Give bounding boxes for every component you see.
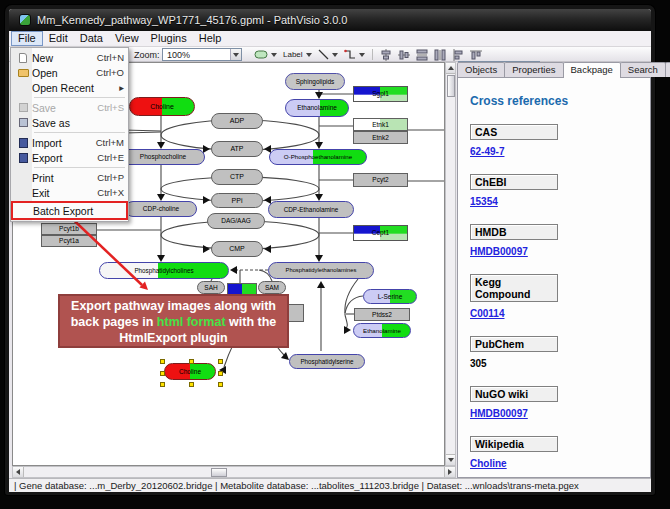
pathway-node-ppi[interactable]: PPi bbox=[211, 193, 263, 208]
menu-help[interactable]: Help bbox=[193, 31, 228, 46]
tab-objects[interactable]: Objects bbox=[457, 62, 505, 77]
pathway-node-cept1[interactable]: Cept1 bbox=[353, 225, 408, 241]
pathway-node-sah[interactable]: SAH bbox=[197, 281, 225, 294]
pathway-node-ethanolamine-top[interactable]: Ethanolamine bbox=[285, 99, 349, 117]
file-menu-item-export[interactable]: ExportCtrl+E bbox=[12, 150, 127, 165]
tab-backpage[interactable]: Backpage bbox=[563, 62, 621, 78]
pathway-node-cdp-choline[interactable]: CDP-choline bbox=[125, 201, 197, 217]
add-line-button[interactable] bbox=[315, 48, 332, 61]
pathway-node-sgpl1[interactable]: Sgpl1 bbox=[353, 86, 408, 102]
chevron-down-icon[interactable] bbox=[332, 53, 338, 57]
chevron-down-icon[interactable] bbox=[230, 49, 241, 60]
menu-item-label: New bbox=[32, 52, 97, 64]
crossref-link[interactable]: Choline bbox=[470, 458, 638, 469]
pathway-node-sam[interactable]: SAM bbox=[258, 281, 286, 294]
crossref-link[interactable]: HMDB00097 bbox=[470, 246, 638, 257]
horizontal-scroll-thumb[interactable] bbox=[211, 468, 227, 477]
pathway-node-ctp[interactable]: CTP bbox=[211, 169, 263, 185]
title-bar[interactable]: Mm_Kennedy_pathway_WP1771_45176.gpml - P… bbox=[9, 9, 651, 31]
distribute-horizontal-icon[interactable] bbox=[431, 48, 449, 61]
pathway-node-dag-aag[interactable]: DAG/AAG bbox=[207, 213, 265, 229]
scroll-down-icon[interactable] bbox=[446, 454, 455, 465]
file-menu-item-print[interactable]: PrintCtrl+P bbox=[12, 170, 127, 185]
chevron-down-icon[interactable] bbox=[359, 53, 365, 57]
selection-handle[interactable] bbox=[189, 359, 194, 364]
save-as-icon bbox=[14, 118, 32, 127]
align-left-icon[interactable] bbox=[449, 48, 467, 61]
align-top-icon[interactable] bbox=[467, 48, 485, 61]
pathway-node-l-serine[interactable]: L-Serine bbox=[363, 289, 417, 304]
selection-handle[interactable] bbox=[189, 382, 194, 387]
menu-file[interactable]: File bbox=[11, 31, 43, 46]
selection-handle[interactable] bbox=[160, 371, 165, 376]
pathway-node-pcyt2[interactable]: Pcyt2 bbox=[353, 173, 408, 187]
selection-handle[interactable] bbox=[160, 359, 165, 364]
menu-separator bbox=[34, 97, 125, 98]
pathway-node-adp[interactable]: ADP bbox=[211, 113, 263, 129]
crossref-link[interactable]: 62-49-7 bbox=[470, 146, 638, 157]
align-center-x-icon[interactable] bbox=[377, 48, 395, 61]
pathway-node-phosphatidylcholines[interactable]: Phosphatidylcholines bbox=[99, 262, 229, 279]
pathway-node-cdp-ethanolamine[interactable]: CDP-Ethanolamine bbox=[268, 201, 354, 218]
pathway-node-choline-top[interactable]: Choline bbox=[129, 97, 195, 116]
pathway-node-phosphocholine[interactable]: Phosphocholine bbox=[121, 149, 205, 165]
crossref-link[interactable]: HMDB00097 bbox=[470, 408, 638, 419]
add-datanode-button[interactable] bbox=[251, 48, 271, 61]
pathway-node-o-phosphoethanolamine[interactable]: O-Phosphoethanolamine bbox=[269, 149, 367, 165]
canvas-vertical-scrollbar[interactable] bbox=[445, 62, 456, 466]
open-folder-icon bbox=[14, 69, 32, 77]
selection-handle[interactable] bbox=[218, 382, 223, 387]
file-menu-item-exit[interactable]: ExitCtrl+X bbox=[12, 185, 127, 200]
file-menu-item-open-recent[interactable]: Open Recent▸ bbox=[12, 80, 127, 95]
pathway-node-sphingolipids[interactable]: Sphingolipids bbox=[285, 73, 345, 90]
canvas-horizontal-scrollbar[interactable] bbox=[12, 466, 456, 478]
zoom-select[interactable]: 100% bbox=[162, 48, 242, 61]
align-center-y-icon[interactable] bbox=[395, 48, 413, 61]
import-icon bbox=[14, 138, 32, 148]
pathway-node-atp[interactable]: ATP bbox=[211, 141, 263, 157]
selection-handle[interactable] bbox=[218, 359, 223, 364]
tab-legend[interactable]: Legend bbox=[665, 62, 670, 77]
backpage-section-hmdb: HMDBHMDB00097 bbox=[470, 224, 638, 257]
pathway-node-phosphatidylserine[interactable]: Phosphatidylserine bbox=[289, 354, 365, 369]
chevron-down-icon[interactable] bbox=[271, 53, 277, 57]
scroll-up-icon[interactable] bbox=[446, 63, 455, 74]
crossref-link[interactable]: 15354 bbox=[470, 196, 638, 207]
backpage-section-header: ChEBI bbox=[470, 174, 558, 190]
pathway-node-phosphatidylethanolamines[interactable]: Phosphatidylethanolamines bbox=[268, 262, 374, 279]
add-connector-button[interactable] bbox=[341, 48, 359, 61]
selection-handle[interactable] bbox=[218, 371, 223, 376]
menu-shortcut: Ctrl+N bbox=[97, 52, 124, 63]
menu-view[interactable]: View bbox=[109, 31, 145, 46]
pathway-node-etnk1[interactable]: Etnk1 bbox=[353, 118, 408, 131]
file-menu-item-open[interactable]: OpenCtrl+O bbox=[12, 65, 127, 80]
pathway-node-ethanolamine-bottom[interactable]: Ethanolamine bbox=[353, 323, 411, 338]
crossref-link[interactable]: C00114 bbox=[470, 308, 638, 319]
menu-edit[interactable]: Edit bbox=[43, 31, 74, 46]
tab-search[interactable]: Search bbox=[620, 62, 666, 77]
backpage-content[interactable]: Cross references CAS62-49-7ChEBI15354HMD… bbox=[457, 77, 651, 478]
pathway-node-pcyt1a[interactable]: Pcyt1a bbox=[41, 235, 97, 247]
file-menu-item-import[interactable]: ImportCtrl+M bbox=[12, 135, 127, 150]
add-label-button[interactable]: Label bbox=[280, 48, 306, 61]
menu-data[interactable]: Data bbox=[74, 31, 109, 46]
chevron-down-icon[interactable] bbox=[306, 53, 312, 57]
distribute-vertical-icon[interactable] bbox=[413, 48, 431, 61]
tab-properties[interactable]: Properties bbox=[504, 62, 563, 77]
pathway-node-cmp[interactable]: CMP bbox=[211, 241, 263, 257]
selection-handle[interactable] bbox=[160, 382, 165, 387]
file-menu-item-new[interactable]: NewCtrl+N bbox=[12, 50, 127, 65]
vertical-scroll-thumb[interactable] bbox=[447, 75, 455, 97]
pathway-node-pcyt1b[interactable]: Pcyt1b bbox=[41, 223, 97, 235]
menu-plugins[interactable]: Plugins bbox=[145, 31, 193, 46]
pathvisio-window: Mm_Kennedy_pathway_WP1771_45176.gpml - P… bbox=[5, 5, 655, 495]
pathway-node-ptdss2[interactable]: Ptdss2 bbox=[354, 308, 410, 321]
pathway-node-etnk2[interactable]: Etnk2 bbox=[353, 131, 408, 144]
zoom-value: 100% bbox=[167, 50, 190, 60]
backpage-section-nugo-wiki: NuGO wikiHMDB00097 bbox=[470, 386, 638, 419]
file-menu-item-batch-export[interactable]: Batch Export bbox=[13, 203, 126, 218]
scroll-right-icon[interactable] bbox=[444, 467, 455, 477]
scroll-left-icon[interactable] bbox=[13, 467, 24, 477]
file-menu-item-save-as[interactable]: Save as bbox=[12, 115, 127, 130]
pathway-node-choline-selected[interactable]: Choline bbox=[164, 363, 216, 380]
